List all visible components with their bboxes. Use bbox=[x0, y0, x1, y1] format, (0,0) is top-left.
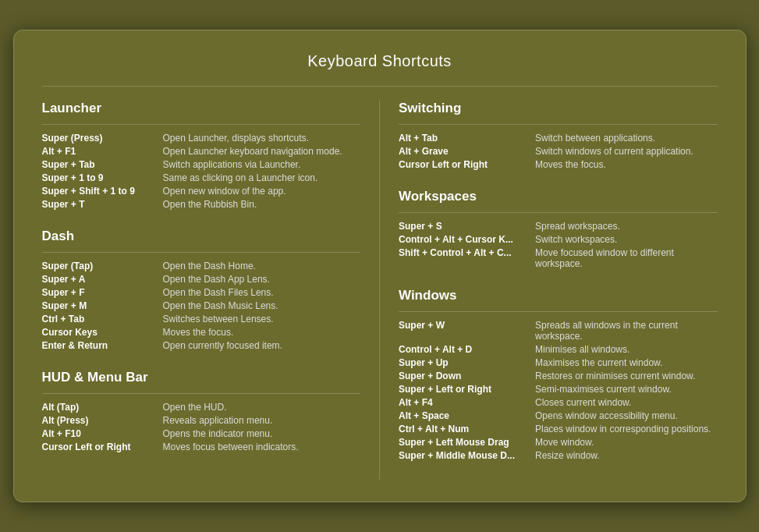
workspaces-divider bbox=[399, 212, 718, 213]
shortcut-key: Super + S bbox=[399, 221, 535, 232]
shortcut-desc: Switch windows of current application. bbox=[535, 146, 693, 157]
list-item: Super (Press) Open Launcher, displays sh… bbox=[42, 133, 361, 144]
hud-section: HUD & Menu Bar Alt (Tap) Open the HUD. A… bbox=[42, 370, 361, 452]
list-item: Cursor Keys Moves the focus. bbox=[42, 327, 361, 338]
hud-divider bbox=[42, 393, 361, 394]
windows-divider bbox=[399, 311, 718, 312]
shortcut-key: Alt (Tap) bbox=[42, 402, 163, 413]
switching-section: Switching Alt + Tab Switch between appli… bbox=[399, 101, 718, 170]
list-item: Alt + Space Opens window accessibility m… bbox=[399, 410, 718, 421]
shortcut-key: Alt + F4 bbox=[399, 397, 535, 408]
shortcut-key: Super + Middle Mouse D... bbox=[399, 450, 535, 461]
shortcut-desc: Switch workspaces. bbox=[535, 234, 617, 245]
switching-divider bbox=[399, 124, 718, 125]
shortcut-key: Super + M bbox=[42, 300, 163, 311]
switching-title: Switching bbox=[399, 101, 718, 116]
shortcut-desc: Spreads all windows in the current works… bbox=[535, 320, 718, 342]
shortcut-desc: Spread workspaces. bbox=[535, 221, 620, 232]
list-item: Control + Alt + Cursor K... Switch works… bbox=[399, 234, 718, 245]
list-item: Alt + F4 Closes current window. bbox=[399, 397, 718, 408]
shortcut-desc: Places window in corresponding positions… bbox=[535, 424, 711, 434]
shortcut-desc: Switch between applications. bbox=[535, 133, 655, 144]
shortcut-desc: Reveals application menu. bbox=[163, 415, 273, 426]
list-item: Enter & Return Open currently focused it… bbox=[42, 340, 361, 351]
shortcut-desc: Open the Dash Home. bbox=[163, 261, 256, 271]
shortcut-desc: Switch applications via Launcher. bbox=[163, 159, 301, 170]
list-item: Super + S Spread workspaces. bbox=[399, 221, 718, 232]
list-item: Super + T Open the Rubbish Bin. bbox=[42, 199, 361, 210]
list-item: Super + Up Maximises the current window. bbox=[399, 357, 718, 368]
list-item: Super + M Open the Dash Music Lens. bbox=[42, 300, 361, 311]
dash-title: Dash bbox=[42, 229, 361, 244]
launcher-title: Launcher bbox=[42, 101, 361, 116]
shortcut-desc: Restores or minimises current window. bbox=[535, 371, 695, 381]
shortcut-key: Super + Left Mouse Drag bbox=[399, 437, 535, 448]
list-item: Alt (Press) Reveals application menu. bbox=[42, 415, 361, 426]
dash-section: Dash Super (Tap) Open the Dash Home. Sup… bbox=[42, 229, 361, 351]
shortcut-desc: Closes current window. bbox=[535, 397, 631, 408]
shortcut-key: Super + Shift + 1 to 9 bbox=[42, 186, 163, 197]
shortcut-desc: Open currently focused item. bbox=[163, 340, 282, 351]
list-item: Super + A Open the Dash App Lens. bbox=[42, 274, 361, 285]
list-item: Super + Tab Switch applications via Laun… bbox=[42, 159, 361, 170]
shortcut-desc: Switches between Lenses. bbox=[163, 314, 274, 325]
list-item: Shift + Control + Alt + C... Move focuse… bbox=[399, 247, 718, 269]
list-item: Super + Left or Right Semi-maximises cur… bbox=[399, 384, 718, 395]
shortcut-key: Super (Press) bbox=[42, 133, 163, 144]
keyboard-shortcuts-card: Keyboard Shortcuts Launcher Super (Press… bbox=[13, 30, 747, 502]
list-item: Super + W Spreads all windows in the cur… bbox=[399, 320, 718, 342]
shortcut-key: Super + T bbox=[42, 199, 163, 210]
list-item: Alt + Grave Switch windows of current ap… bbox=[399, 146, 718, 157]
workspaces-title: Workspaces bbox=[399, 189, 718, 204]
shortcut-key: Cursor Left or Right bbox=[399, 159, 535, 170]
shortcut-desc: Resize window. bbox=[535, 450, 600, 461]
shortcut-desc: Moves focus between indicators. bbox=[163, 442, 299, 452]
shortcut-desc: Open the Dash App Lens. bbox=[163, 274, 270, 285]
shortcut-key: Shift + Control + Alt + C... bbox=[399, 247, 535, 258]
shortcut-key: Alt + Grave bbox=[399, 146, 535, 157]
left-column: Launcher Super (Press) Open Launcher, di… bbox=[42, 101, 381, 480]
shortcut-key: Alt (Press) bbox=[42, 415, 163, 426]
windows-title: Windows bbox=[399, 288, 718, 303]
shortcut-key: Super + W bbox=[399, 320, 535, 331]
hud-title: HUD & Menu Bar bbox=[42, 370, 361, 385]
shortcut-key: Super + F bbox=[42, 287, 163, 298]
shortcut-key: Cursor Left or Right bbox=[42, 442, 163, 452]
title-divider bbox=[42, 86, 718, 87]
list-item: Super + 1 to 9 Same as clicking on a Lau… bbox=[42, 172, 361, 183]
list-item: Alt + F10 Opens the indicator menu. bbox=[42, 428, 361, 439]
list-item: Super + Middle Mouse D... Resize window. bbox=[399, 450, 718, 461]
shortcut-key: Alt + Tab bbox=[399, 133, 535, 144]
shortcut-key: Super + Down bbox=[399, 371, 535, 381]
shortcut-desc: Moves the focus. bbox=[163, 327, 234, 338]
shortcut-desc: Open the HUD. bbox=[163, 402, 227, 413]
shortcut-key: Super + Left or Right bbox=[399, 384, 535, 395]
windows-section: Windows Super + W Spreads all windows in… bbox=[399, 288, 718, 461]
list-item: Super + Down Restores or minimises curre… bbox=[399, 371, 718, 381]
shortcut-desc: Semi-maximises current window. bbox=[535, 384, 672, 395]
shortcut-desc: Open the Dash Files Lens. bbox=[163, 287, 274, 298]
list-item: Control + Alt + D Minimises all windows. bbox=[399, 344, 718, 355]
shortcut-key: Super + A bbox=[42, 274, 163, 285]
shortcut-key: Enter & Return bbox=[42, 340, 163, 351]
dash-divider bbox=[42, 252, 361, 253]
list-item: Super + Shift + 1 to 9 Open new window o… bbox=[42, 186, 361, 197]
list-item: Ctrl + Tab Switches between Lenses. bbox=[42, 314, 361, 325]
list-item: Alt + Tab Switch between applications. bbox=[399, 133, 718, 144]
shortcut-desc: Open new window of the app. bbox=[163, 186, 286, 197]
workspaces-section: Workspaces Super + S Spread workspaces. … bbox=[399, 189, 718, 269]
shortcut-desc: Opens window accessibility menu. bbox=[535, 410, 678, 421]
shortcut-desc: Open the Rubbish Bin. bbox=[163, 199, 257, 210]
shortcut-desc: Same as clicking on a Launcher icon. bbox=[163, 172, 318, 183]
columns-container: Launcher Super (Press) Open Launcher, di… bbox=[42, 101, 718, 480]
shortcut-key: Alt + F1 bbox=[42, 146, 163, 157]
shortcut-desc: Opens the indicator menu. bbox=[163, 428, 273, 439]
list-item: Alt (Tap) Open the HUD. bbox=[42, 402, 361, 413]
shortcut-desc: Minimises all windows. bbox=[535, 344, 630, 355]
shortcut-key: Alt + F10 bbox=[42, 428, 163, 439]
shortcut-key: Cursor Keys bbox=[42, 327, 163, 338]
shortcut-desc: Open Launcher keyboard navigation mode. bbox=[163, 146, 342, 157]
launcher-section: Launcher Super (Press) Open Launcher, di… bbox=[42, 101, 361, 210]
shortcut-key: Control + Alt + D bbox=[399, 344, 535, 355]
shortcut-key: Ctrl + Tab bbox=[42, 314, 163, 325]
